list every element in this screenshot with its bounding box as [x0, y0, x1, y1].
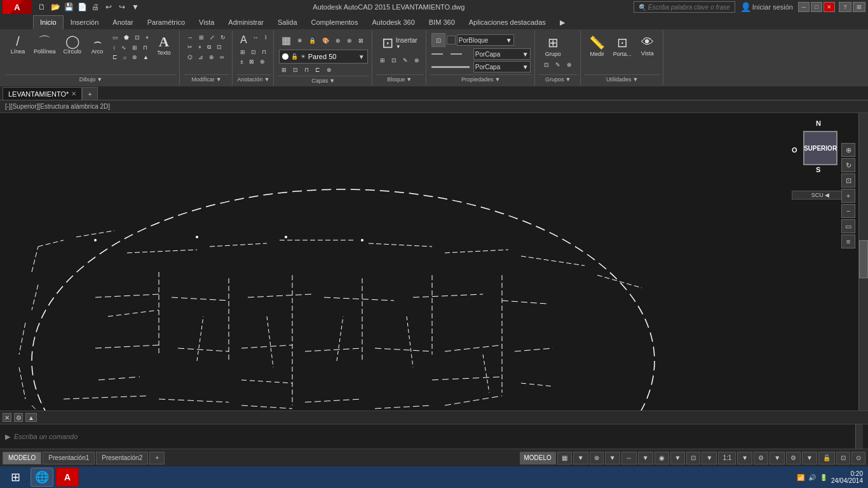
taskbar-chrome[interactable]: 🌐: [31, 468, 53, 487]
polar-btn[interactable]: ◉: [654, 452, 669, 464]
capas-b5[interactable]: ⊗: [324, 65, 334, 74]
autocad-logo[interactable]: A: [3, 0, 32, 14]
grid-btn[interactable]: ▦: [557, 452, 572, 464]
model-tab[interactable]: MODELO: [3, 452, 41, 464]
modificar-label[interactable]: Modificar ▼: [184, 74, 229, 84]
dibujo-s1[interactable]: ▭: [110, 33, 121, 43]
mod-s2[interactable]: ⊞: [196, 33, 207, 42]
tab-vista[interactable]: Vista: [192, 15, 221, 29]
anot-s4[interactable]: ⊞: [238, 48, 248, 57]
tab-apps[interactable]: Aplicaciones destacadas: [462, 15, 553, 29]
grupos-label[interactable]: Grupos ▼: [539, 74, 578, 84]
vista-util-btn[interactable]: 👁 Vista: [636, 33, 659, 58]
dibujo-s11[interactable]: ⊗: [130, 53, 140, 62]
zoom-out-btn[interactable]: −: [841, 204, 855, 218]
tab-inicio[interactable]: Inicio: [33, 15, 64, 29]
utilidades-label[interactable]: Utilidades ▼: [585, 74, 660, 84]
dibujo-s4[interactable]: ⌖: [143, 33, 151, 43]
anot-s6[interactable]: ⊓: [259, 48, 269, 57]
mod-s3[interactable]: ⤢: [207, 33, 217, 42]
color-dropdown[interactable]: PorBloque ▼: [457, 34, 514, 46]
vscroll-thumb[interactable]: [859, 240, 868, 278]
mod-s4[interactable]: ↻: [218, 33, 228, 42]
lineweight-dropdown[interactable]: PorCapa ▼: [473, 61, 531, 72]
tab-complementos[interactable]: Complementos: [304, 15, 365, 29]
linetype-dropdown[interactable]: PorCapa ▼: [473, 48, 531, 60]
circulo-btn[interactable]: ◯ Círculo: [60, 33, 85, 57]
nav-extra[interactable]: ≡: [841, 234, 855, 248]
dibujo-s9[interactable]: ⊏: [110, 53, 120, 62]
annotation-dd[interactable]: ▼: [770, 452, 785, 464]
anot-s5[interactable]: ⊡: [248, 48, 259, 57]
tab-extra[interactable]: ▶: [553, 15, 572, 29]
anot-s8[interactable]: ⊠: [247, 57, 257, 66]
save-btn[interactable]: 💾: [62, 1, 75, 13]
model-space-btn[interactable]: MODELO: [520, 452, 556, 464]
isolate-btn[interactable]: ⊙: [851, 452, 865, 464]
portar-btn[interactable]: ⊡ Porta...: [610, 33, 635, 59]
command-input[interactable]: [14, 433, 851, 440]
bloque-b1[interactable]: ⊞: [377, 56, 388, 65]
anot-s3[interactable]: ⌇: [262, 33, 269, 47]
dibujo-s2[interactable]: ⬟: [121, 33, 132, 43]
tab-autodesk360[interactable]: Autodesk 360: [365, 15, 422, 29]
mod-s6[interactable]: ⌖: [196, 43, 204, 52]
snap-btn[interactable]: ⊕: [590, 452, 604, 464]
grupo-b2[interactable]: ✎: [553, 60, 563, 69]
grupo-b1[interactable]: ⊡: [541, 60, 552, 69]
mod-s12[interactable]: ∞: [217, 53, 226, 62]
linea-btn[interactable]: / Línea: [6, 33, 29, 57]
mod-s8[interactable]: ⊡: [214, 43, 224, 52]
polilinea-btn[interactable]: ⌒ Polilínea: [31, 33, 59, 57]
propiedades-label[interactable]: Propiedades ▼: [430, 74, 532, 84]
extra-btn[interactable]: ⊞: [853, 2, 865, 12]
grid-dd[interactable]: ▼: [573, 452, 588, 464]
ortho-btn[interactable]: ↔: [621, 452, 637, 464]
canvas-area[interactable]: X Y N S E O SUPERIOR SCU ◀ ⊕: [0, 113, 868, 410]
anot-s2[interactable]: ↔: [250, 33, 261, 47]
zoom-extent-btn[interactable]: ⊡: [841, 173, 855, 187]
polar-dd[interactable]: ▼: [670, 452, 686, 464]
dibujo-s12[interactable]: ▲: [140, 53, 151, 62]
dibujo-s7[interactable]: ⊞: [130, 43, 140, 52]
ws-dd[interactable]: ▼: [802, 452, 817, 464]
capas-extra2[interactable]: ⊗: [344, 36, 355, 45]
help-btn[interactable]: ?: [839, 2, 851, 12]
capas-color-btn[interactable]: 🎨: [320, 36, 332, 45]
dibujo-s5[interactable]: ⟊: [110, 43, 118, 52]
ortho-dd[interactable]: ▼: [638, 452, 653, 464]
doc-tab-close[interactable]: ✕: [71, 90, 76, 97]
hardware-btn[interactable]: ⊡: [836, 452, 850, 464]
print-btn[interactable]: 🖨: [89, 1, 102, 13]
mod-s5[interactable]: ✂: [185, 43, 195, 52]
scale-btn[interactable]: 1:1: [718, 452, 736, 464]
capas-freeze-btn[interactable]: ❄: [295, 36, 305, 45]
osnap-btn[interactable]: ⊡: [686, 452, 700, 464]
dibujo-label[interactable]: Dibujo ▼: [5, 74, 177, 84]
tab-parametrico[interactable]: Paramétrico: [140, 15, 192, 29]
mod-s1[interactable]: ↔: [185, 33, 196, 42]
bloque-b2[interactable]: ⊡: [389, 56, 399, 65]
capas-lock-btn[interactable]: 🔒: [306, 36, 318, 45]
restore-btn[interactable]: □: [811, 2, 822, 12]
annotation-btn[interactable]: ⚙: [754, 452, 768, 464]
insertar-btn[interactable]: ⊡ Insertar ▼: [377, 33, 422, 53]
grupo-btn[interactable]: ⊞ Grupo: [541, 33, 564, 59]
close-btn[interactable]: ✕: [824, 2, 835, 12]
open-btn[interactable]: 📂: [49, 1, 62, 13]
add-layout-btn[interactable]: +: [149, 452, 165, 464]
capas-b2[interactable]: ⊡: [290, 65, 301, 74]
search-box[interactable]: 🔍 Escriba palabra clave o frase: [634, 1, 735, 13]
zoom-window-btn[interactable]: ▭: [841, 219, 855, 233]
layer-selector[interactable]: 🔓 ☀ Pared 50 ▼: [279, 50, 368, 64]
cmdline-options[interactable]: ⚙: [14, 413, 23, 422]
undo-btn[interactable]: ↩: [102, 1, 115, 13]
tab-administrar[interactable]: Administrar: [221, 15, 271, 29]
clock[interactable]: 0:20 24/04/2014: [831, 470, 863, 484]
grupo-b3[interactable]: ⊗: [564, 60, 574, 69]
bloque-b4[interactable]: ⊗: [412, 56, 422, 65]
mod-s9[interactable]: ⌬: [185, 53, 195, 62]
bloque-b3[interactable]: ✎: [400, 56, 410, 65]
mod-s7[interactable]: ⧉: [205, 43, 214, 52]
lock-btn[interactable]: 🔓: [818, 452, 835, 464]
